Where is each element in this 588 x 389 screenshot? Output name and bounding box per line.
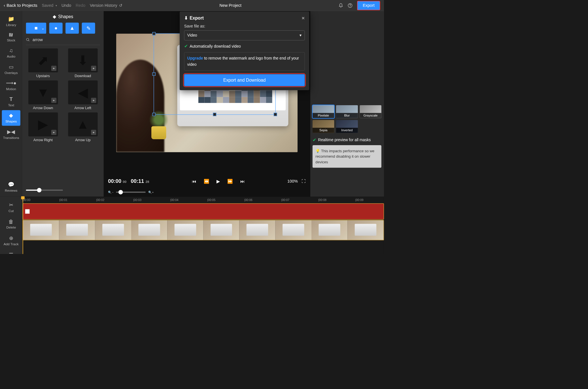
nav-transitions[interactable]: ▶◀Transitions: [2, 126, 20, 142]
undo-button[interactable]: Undo: [61, 3, 71, 8]
timeline: ✂Cut 🗑Delete ⊕Add Track ☰ |00:00|00:01|0…: [0, 196, 384, 254]
mask-track[interactable]: [23, 203, 384, 219]
nav-stock[interactable]: Stock: [2, 30, 20, 45]
topbar: ‹ Back to Projects Saved ▾ Undo Redo Ver…: [0, 0, 384, 11]
save-as-label: Save file as:: [184, 24, 305, 29]
timeline-add-track[interactable]: ⊕Add Track: [2, 233, 20, 248]
shape-tool-square[interactable]: ■: [26, 23, 46, 34]
redo-button[interactable]: Redo: [76, 3, 85, 8]
shape-download[interactable]: ⬇+: [68, 48, 97, 72]
check-icon[interactable]: ✔: [184, 44, 188, 49]
notifications-icon[interactable]: [339, 3, 343, 8]
shapes-title-icon: ◆: [53, 14, 56, 19]
export-button[interactable]: Export: [357, 1, 380, 10]
shape-tool-draw[interactable]: ✎: [82, 23, 95, 34]
filter-sepia[interactable]: Sepia: [313, 120, 334, 133]
project-title[interactable]: New Project: [220, 3, 241, 8]
saved-status: Saved: [42, 3, 53, 8]
add-track-icon: ⊕: [9, 235, 13, 241]
shape-arrow-right[interactable]: ▶+: [28, 112, 58, 136]
shape-tool-triangle[interactable]: ▲: [65, 23, 79, 34]
zoom-out-icon[interactable]: 🔍−: [108, 191, 113, 194]
layers-icon: ☰: [9, 252, 13, 254]
trash-icon: 🗑: [9, 219, 14, 225]
preview-area: ⬇Export✕ Save file as: Video▾ ✔Automatic…: [104, 11, 310, 196]
add-icon[interactable]: +: [91, 66, 96, 71]
skip-start-icon[interactable]: ⏮: [192, 179, 196, 184]
left-nav: 📁Library Stock ♫Audio ▭Overlays ⟶●Motion…: [0, 11, 22, 196]
svg-rect-3: [10, 33, 11, 37]
fullscreen-icon[interactable]: ⛶: [302, 179, 305, 184]
add-icon[interactable]: +: [51, 98, 56, 103]
motion-icon: ⟶●: [6, 80, 16, 86]
zoom-in-icon[interactable]: 🔍+: [148, 191, 154, 194]
shape-arrow-down[interactable]: ▼+: [28, 80, 58, 104]
music-icon: ♫: [9, 48, 13, 54]
svg-rect-4: [12, 33, 13, 37]
folder-icon: 📁: [8, 16, 14, 22]
filter-blur[interactable]: Blur: [336, 105, 358, 118]
timeline-cut[interactable]: ✂Cut: [2, 200, 20, 215]
timeline-delete[interactable]: 🗑Delete: [2, 216, 20, 232]
transitions-icon: ▶◀: [7, 129, 15, 135]
forward-icon[interactable]: ⏩: [227, 179, 233, 184]
overlay-icon: ▭: [9, 64, 14, 70]
auto-download-label: Automatically download video: [190, 44, 241, 48]
track-clip-handle[interactable]: [25, 209, 30, 214]
filter-pixelate[interactable]: Pixelate: [313, 105, 334, 118]
add-icon[interactable]: +: [51, 130, 56, 135]
export-download-button[interactable]: Export and Download: [184, 74, 305, 86]
shape-arrow-left[interactable]: ◀+: [68, 80, 97, 104]
version-history-button[interactable]: Version History ↺: [90, 3, 122, 8]
upsell-box: Upgrade to remove the watermark and logo…: [184, 52, 305, 71]
thumbnail-zoom-slider[interactable]: [26, 187, 100, 194]
chevron-down-icon: ▾: [300, 33, 302, 38]
search-icon: [26, 38, 30, 42]
ruler[interactable]: |00:00|00:01|00:02|00:03|00:04|00:05|00:…: [22, 196, 384, 203]
zoom-percent[interactable]: 100%: [287, 179, 298, 184]
nav-shapes[interactable]: ◆Shapes: [2, 110, 20, 126]
nav-motion[interactable]: ⟶●Motion: [2, 78, 20, 93]
add-icon[interactable]: +: [91, 130, 96, 135]
export-type-select[interactable]: Video▾: [184, 30, 305, 40]
filter-inverted[interactable]: Inverted: [336, 120, 358, 133]
filter-grayscale[interactable]: Grayscale: [360, 105, 381, 118]
nav-text[interactable]: TText: [2, 94, 20, 109]
shape-arrow-up[interactable]: ▲+: [68, 112, 97, 136]
nav-library[interactable]: 📁Library: [2, 14, 20, 29]
playhead[interactable]: [23, 196, 23, 254]
shapes-panel: ◆Shapes ■ ● ▲ ✎ ⬈+Upstairs ⬇+Download ▼+…: [22, 11, 103, 196]
saved-chevron-icon[interactable]: ▾: [56, 4, 57, 7]
rewind-icon[interactable]: ⏪: [204, 179, 209, 184]
skip-end-icon[interactable]: ⏭: [240, 179, 245, 184]
hint-box: 💡 This impacts performance so we recomme…: [313, 145, 381, 168]
panel-title: ◆Shapes: [26, 14, 100, 19]
help-icon[interactable]: [348, 3, 353, 8]
add-icon[interactable]: +: [51, 66, 56, 71]
cut-icon: ✂: [9, 202, 13, 208]
svg-point-1: [350, 7, 350, 7]
video-track[interactable]: [23, 220, 384, 240]
check-icon[interactable]: ✔: [313, 138, 316, 143]
realtime-label: Realtime preview for all masks: [318, 138, 371, 142]
text-icon: T: [10, 96, 13, 102]
shapes-search-input[interactable]: [33, 37, 100, 42]
right-panel: Pixelate Blur Grayscale Sepia Inverted ✔…: [310, 11, 384, 196]
nav-audio[interactable]: ♫Audio: [2, 45, 20, 61]
svg-rect-2: [9, 33, 10, 37]
play-icon[interactable]: ▶: [216, 179, 220, 184]
timeline-zoom-slider[interactable]: [116, 192, 146, 193]
close-icon[interactable]: ✕: [302, 16, 305, 21]
timeline-layers[interactable]: ☰: [2, 250, 20, 254]
nav-reviews[interactable]: 💬Reviews: [2, 179, 20, 195]
shapes-icon: ◆: [9, 112, 13, 119]
svg-point-5: [26, 38, 29, 41]
upgrade-link[interactable]: Upgrade: [187, 56, 203, 60]
shape-tool-circle[interactable]: ●: [49, 23, 63, 34]
back-to-projects[interactable]: ‹ Back to Projects: [4, 3, 37, 8]
export-panel-title: Export: [190, 16, 204, 21]
shape-upstairs[interactable]: ⬈+: [28, 48, 58, 72]
add-icon[interactable]: +: [91, 98, 96, 103]
nav-overlays[interactable]: ▭Overlays: [2, 62, 20, 77]
chevron-left-icon: ‹: [4, 3, 5, 8]
